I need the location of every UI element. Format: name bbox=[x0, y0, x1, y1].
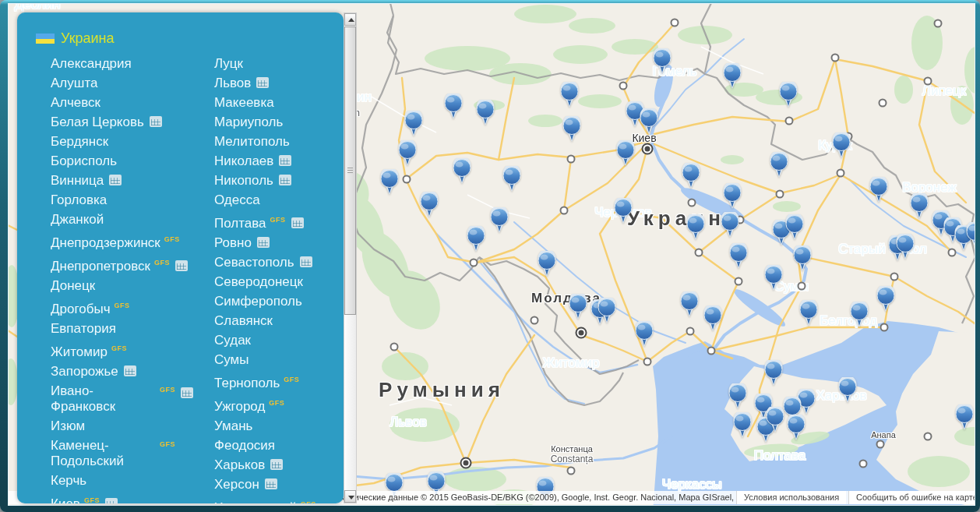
city-item[interactable]: Евпатория bbox=[51, 321, 214, 337]
city-name[interactable]: Славянск bbox=[214, 313, 273, 328]
city-name[interactable]: Донецк bbox=[51, 278, 95, 293]
map-pin[interactable] bbox=[452, 158, 472, 185]
city-name[interactable]: Горловка bbox=[51, 192, 107, 207]
city-name[interactable]: Умань bbox=[214, 418, 252, 433]
map-pin[interactable] bbox=[443, 94, 464, 120]
calendar-icon[interactable] bbox=[175, 260, 188, 271]
map-pin[interactable] bbox=[778, 82, 798, 108]
city-name[interactable]: Тернополь bbox=[214, 376, 280, 390]
map-pin[interactable] bbox=[765, 407, 785, 433]
map-pin[interactable] bbox=[502, 166, 522, 192]
map-pin[interactable] bbox=[876, 286, 896, 312]
city-name[interactable]: Херсон bbox=[214, 477, 259, 492]
city-item[interactable]: Ровно bbox=[214, 235, 344, 251]
map-pin[interactable] bbox=[679, 291, 700, 318]
city-item[interactable]: Мариуполь bbox=[214, 115, 344, 130]
map-pin[interactable] bbox=[419, 192, 439, 218]
city-item[interactable]: КиевGFS bbox=[51, 493, 214, 503]
city-item[interactable]: Судак bbox=[214, 333, 344, 348]
city-name[interactable]: Ужгород bbox=[214, 399, 265, 414]
map-pin[interactable] bbox=[792, 245, 813, 272]
map-pin[interactable] bbox=[849, 302, 869, 328]
terms-link[interactable]: Условия использования bbox=[737, 491, 846, 504]
city-name[interactable]: Днепродзержинск bbox=[51, 235, 160, 250]
map-pin[interactable] bbox=[965, 222, 975, 249]
map-pin[interactable] bbox=[728, 383, 748, 410]
city-item[interactable]: Запорожье bbox=[51, 364, 214, 380]
city-name[interactable]: Александрия bbox=[51, 56, 132, 71]
city-name[interactable]: Луцк bbox=[214, 56, 243, 71]
map-pin[interactable] bbox=[786, 415, 806, 441]
map-pin[interactable] bbox=[379, 169, 400, 196]
city-name[interactable]: Севастополь bbox=[214, 255, 294, 270]
city-item[interactable]: ДнепропетровскGFS bbox=[51, 255, 214, 274]
map-pin[interactable] bbox=[831, 132, 851, 159]
city-item[interactable]: Луцк bbox=[214, 56, 344, 72]
city-item[interactable]: ПолтаваGFS bbox=[214, 212, 344, 231]
map-pin[interactable] bbox=[681, 163, 701, 189]
map-pin[interactable] bbox=[763, 265, 784, 291]
city-item[interactable]: Каменец-ПодольскийGFS bbox=[51, 438, 214, 469]
calendar-icon[interactable] bbox=[256, 77, 269, 88]
city-name[interactable]: Мелитополь bbox=[214, 134, 290, 149]
map-pin[interactable] bbox=[895, 234, 915, 260]
map-pin[interactable] bbox=[615, 140, 636, 167]
map-pin[interactable] bbox=[475, 100, 495, 126]
map-pin[interactable] bbox=[562, 116, 582, 143]
map-pin[interactable] bbox=[720, 212, 740, 238]
map-pin[interactable] bbox=[613, 198, 633, 224]
city-name[interactable]: Днепропетровск bbox=[51, 259, 150, 274]
map-pin[interactable] bbox=[909, 193, 929, 220]
city-name[interactable]: Киев bbox=[51, 496, 80, 503]
scrollbar-thumb[interactable] bbox=[344, 26, 356, 315]
report-error-link[interactable]: Сообщить об ошибке на карте bbox=[849, 491, 975, 504]
map-pin[interactable] bbox=[559, 82, 580, 108]
scroll-down-button[interactable] bbox=[344, 490, 356, 503]
city-item[interactable]: ЖитомирGFS bbox=[51, 341, 214, 360]
map-pin[interactable] bbox=[568, 294, 588, 320]
scroll-up-button[interactable] bbox=[344, 13, 356, 26]
city-name[interactable]: Керчь bbox=[51, 473, 86, 488]
city-name[interactable]: Феодосия bbox=[214, 438, 275, 453]
calendar-icon[interactable] bbox=[279, 155, 291, 166]
map-pin[interactable] bbox=[869, 177, 889, 203]
map-pin[interactable] bbox=[489, 207, 509, 234]
city-name[interactable]: Полтава bbox=[214, 216, 266, 231]
city-item[interactable]: Изюм bbox=[51, 418, 214, 434]
calendar-icon[interactable] bbox=[300, 256, 312, 267]
map-pin[interactable] bbox=[466, 226, 486, 252]
city-name[interactable]: Судак bbox=[214, 333, 251, 348]
city-item[interactable]: Симферополь bbox=[214, 294, 344, 309]
calendar-icon[interactable] bbox=[279, 175, 291, 185]
city-item[interactable]: Харьков bbox=[214, 457, 344, 473]
map-pin[interactable] bbox=[728, 243, 749, 270]
city-name[interactable]: Алушта bbox=[51, 76, 97, 90]
map-pin[interactable] bbox=[686, 214, 706, 241]
city-item[interactable]: Александрия bbox=[51, 56, 214, 72]
city-item[interactable]: Николаев bbox=[214, 154, 344, 169]
city-item[interactable]: Макеевка bbox=[214, 95, 344, 111]
city-item[interactable]: Славянск bbox=[214, 313, 344, 329]
city-item[interactable]: Горловка bbox=[51, 192, 214, 208]
city-name[interactable]: Ровно bbox=[214, 235, 252, 250]
city-item[interactable]: ХмельницкийGFS bbox=[214, 496, 344, 503]
map-pin[interactable] bbox=[763, 360, 784, 387]
city-item[interactable]: ДнепродзержинскGFS bbox=[51, 231, 214, 251]
map-pin[interactable] bbox=[784, 214, 805, 241]
map-pin[interactable] bbox=[798, 300, 819, 327]
map-pin[interactable] bbox=[652, 48, 672, 75]
city-name[interactable]: Макеевка bbox=[214, 95, 274, 110]
city-name[interactable]: Харьков bbox=[214, 457, 265, 472]
map-pin[interactable] bbox=[397, 140, 418, 167]
city-name[interactable]: Изюм bbox=[51, 418, 85, 433]
city-name[interactable]: Николаев bbox=[214, 154, 273, 168]
map-pin[interactable] bbox=[537, 251, 557, 277]
city-name[interactable]: Львов bbox=[214, 76, 251, 90]
calendar-icon[interactable] bbox=[265, 478, 277, 489]
calendar-icon[interactable] bbox=[109, 175, 122, 185]
city-name[interactable]: Северодонецк bbox=[214, 274, 303, 289]
city-item[interactable]: УжгородGFS bbox=[214, 395, 344, 415]
calendar-icon[interactable] bbox=[105, 498, 118, 503]
city-item[interactable]: Одесса bbox=[214, 192, 344, 208]
city-item[interactable]: Севастополь bbox=[214, 255, 344, 270]
